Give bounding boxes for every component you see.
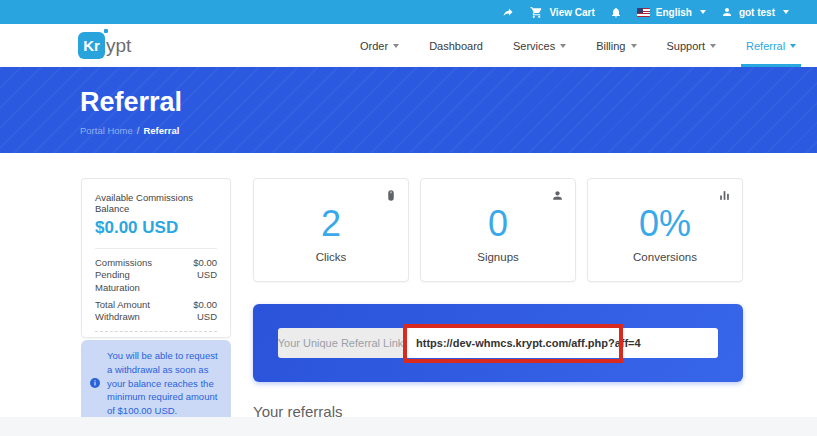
language-label: English <box>656 7 692 18</box>
nav-links: Order Dashboard Services Billing Support… <box>345 24 817 67</box>
bar-chart-icon <box>718 188 731 206</box>
balance-row-pending: Commissions Pending Maturation $0.00 USD <box>95 257 217 294</box>
info-icon <box>89 377 101 389</box>
user-menu[interactable]: got test <box>721 6 789 18</box>
conversions-value: 0% <box>639 206 691 242</box>
nav-label: Billing <box>596 40 625 52</box>
view-cart-button[interactable]: View Cart <box>530 6 594 19</box>
dashed-divider <box>95 331 217 332</box>
row-value: $0.00 USD <box>171 299 217 324</box>
signups-label: Signups <box>477 251 519 263</box>
referral-link-panel: Your Unique Referral Link <box>253 304 743 382</box>
balance-title: Available Commissions Balance <box>95 192 217 214</box>
language-selector[interactable]: English <box>637 7 706 18</box>
logo-text-secondary: ypt <box>106 35 131 57</box>
breadcrumb-portal-home[interactable]: Portal Home <box>80 125 133 136</box>
krypt-logo[interactable]: Kr ypt <box>78 32 131 59</box>
hero-banner: Referral Portal Home / Referral <box>0 67 817 153</box>
chevron-down-icon <box>631 44 637 48</box>
chevron-down-icon <box>393 44 399 48</box>
conversions-label: Conversions <box>633 251 697 263</box>
nav-label: Support <box>667 40 706 52</box>
nav-label: Dashboard <box>429 40 483 52</box>
nav-item-services[interactable]: Services <box>498 24 581 67</box>
withdrawal-notice: You will be able to request a withdrawal… <box>81 340 231 427</box>
bottom-strip <box>0 417 817 436</box>
cart-icon <box>530 6 543 19</box>
conversions-stat-card: 0% Conversions <box>587 178 743 282</box>
notice-text: You will be able to request a withdrawal… <box>107 349 221 418</box>
referral-link-group: Your Unique Referral Link <box>278 328 718 358</box>
logo-dot <box>104 29 108 33</box>
referral-page: View Cart English got test Kr ypt Order <box>0 0 817 436</box>
main-navbar: Kr ypt Order Dashboard Services Billing <box>0 24 817 67</box>
forward-arrow-icon[interactable] <box>501 6 515 18</box>
row-value: $0.00 USD <box>171 257 217 294</box>
person-icon <box>721 6 733 18</box>
divider <box>95 248 217 249</box>
nav-label: Services <box>513 40 555 52</box>
chevron-down-icon <box>560 44 566 48</box>
breadcrumb-current: Referral <box>143 125 179 136</box>
nav-item-dashboard[interactable]: Dashboard <box>414 24 498 67</box>
page-title: Referral <box>80 87 182 118</box>
content-area: Available Commissions Balance $0.00 USD … <box>0 153 817 417</box>
clicks-label: Clicks <box>316 251 347 263</box>
nav-label: Referral <box>746 40 785 52</box>
person-icon <box>551 188 564 206</box>
nav-item-order[interactable]: Order <box>345 24 414 67</box>
logo-mark: Kr <box>78 32 105 59</box>
chevron-down-icon <box>710 44 716 48</box>
referral-link-label: Your Unique Referral Link <box>278 328 404 358</box>
row-label: Total Amount Withdrawn <box>95 299 171 324</box>
breadcrumb: Portal Home / Referral <box>80 125 179 136</box>
logo-text-primary: Kr <box>83 37 100 54</box>
us-flag-icon <box>637 8 650 17</box>
referral-link-input[interactable] <box>404 328 718 358</box>
balance-row-withdrawn: Total Amount Withdrawn $0.00 USD <box>95 299 217 324</box>
breadcrumb-separator: / <box>137 125 140 136</box>
row-label: Commissions Pending Maturation <box>95 257 171 294</box>
nav-item-referral[interactable]: Referral <box>731 24 811 67</box>
view-cart-label: View Cart <box>549 7 594 18</box>
chevron-down-icon <box>790 44 796 48</box>
balance-amount: $0.00 USD <box>95 218 217 238</box>
nav-item-billing[interactable]: Billing <box>581 24 651 67</box>
nav-item-support[interactable]: Support <box>652 24 732 67</box>
commissions-balance-card: Available Commissions Balance $0.00 USD … <box>81 178 231 338</box>
chevron-down-icon <box>783 10 789 14</box>
clicks-stat-card: 2 Clicks <box>253 178 409 282</box>
username-label: got test <box>739 7 775 18</box>
signups-value: 0 <box>488 206 508 242</box>
chevron-down-icon <box>700 10 706 14</box>
mouse-icon <box>385 188 397 206</box>
clicks-value: 2 <box>321 206 341 242</box>
nav-label: Order <box>360 40 388 52</box>
signups-stat-card: 0 Signups <box>420 178 576 282</box>
bell-icon <box>610 6 622 19</box>
notifications-button[interactable] <box>610 6 622 19</box>
top-utility-bar: View Cart English got test <box>0 0 817 24</box>
